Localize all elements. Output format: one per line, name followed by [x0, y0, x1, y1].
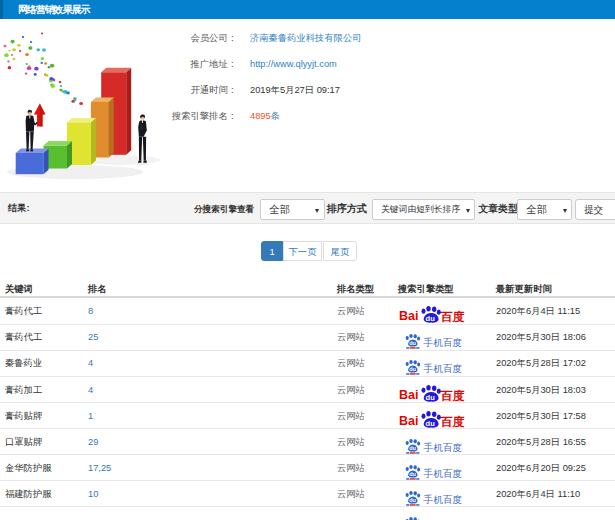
- svg-text:Bai: Bai: [399, 388, 418, 402]
- svg-text:du: du: [426, 314, 436, 323]
- svg-text:du: du: [409, 340, 416, 346]
- svg-text:Bai: Bai: [399, 309, 418, 323]
- svg-text:百度: 百度: [440, 310, 465, 323]
- svg-text:百度: 百度: [440, 415, 465, 428]
- svg-text:du: du: [409, 445, 416, 451]
- svg-text:du: du: [426, 393, 436, 402]
- svg-text:百度: 百度: [440, 389, 465, 402]
- svg-text:手机百度: 手机百度: [424, 363, 462, 374]
- svg-text:手机百度: 手机百度: [424, 468, 462, 479]
- svg-text:du: du: [409, 497, 416, 503]
- svg-text:du: du: [426, 419, 436, 428]
- svg-text:手机百度: 手机百度: [424, 337, 462, 348]
- svg-text:手机百度: 手机百度: [424, 494, 462, 505]
- svg-text:Bai: Bai: [399, 414, 418, 428]
- svg-text:du: du: [409, 366, 416, 372]
- svg-text:手机百度: 手机百度: [424, 442, 462, 453]
- svg-text:du: du: [409, 471, 416, 477]
